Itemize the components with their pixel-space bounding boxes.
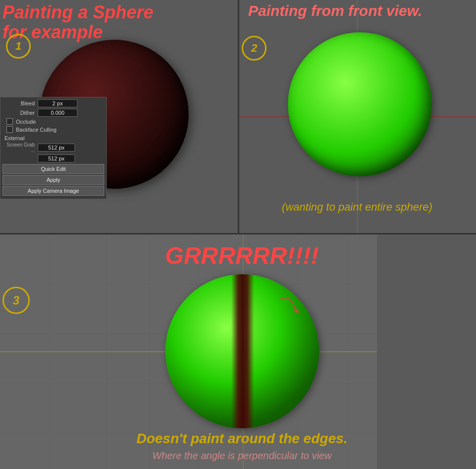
doesnt-paint-text: Doesn't paint around the edges. xyxy=(136,431,347,447)
green-sphere-image xyxy=(288,32,432,176)
bleed-input[interactable] xyxy=(38,99,77,107)
want-subtitle: (wanting to paint entire sphere) xyxy=(282,201,432,214)
screen-grab-label: Screen Grab ... xyxy=(2,142,35,153)
bottom-viewport: 3 GRRRRRR!!!! Doesn't paint around the e… xyxy=(0,234,476,469)
circle-number-1: 1 xyxy=(6,34,31,59)
svg-marker-33 xyxy=(293,308,299,313)
height-input[interactable] xyxy=(38,155,75,162)
vertical-divider xyxy=(238,0,239,234)
backface-checkbox[interactable] xyxy=(6,126,13,133)
bottom-right-area xyxy=(377,234,476,469)
bottom-sphere-area: GRRRRRR!!!! Doesn't paint around the edg… xyxy=(107,234,377,469)
dither-label: Dither xyxy=(2,110,35,116)
dither-row: Dither xyxy=(2,109,104,117)
bleed-label: Bleed xyxy=(2,100,35,106)
where-angle-text: Where the angle is perpendicular to view xyxy=(152,450,332,462)
top-left-viewport: Painting a Sphere for example 1 Bleed Di… xyxy=(0,0,238,234)
height-row xyxy=(2,155,104,162)
bleed-row: Bleed xyxy=(2,99,104,107)
occlude-label: Occlude xyxy=(16,119,36,125)
circle-number-2: 2 xyxy=(242,36,267,61)
quick-edit-button[interactable]: Quick Edit xyxy=(2,164,104,174)
external-label: External xyxy=(2,134,104,142)
backface-label: Backface Culling xyxy=(16,127,57,133)
horizontal-divider xyxy=(0,233,476,234)
screen-grab-row: Screen Grab ... xyxy=(2,142,104,153)
grrr-text: GRRRRRR!!!! xyxy=(165,242,319,269)
dither-input[interactable] xyxy=(38,109,77,117)
backface-row: Backface Culling xyxy=(2,126,104,133)
front-view-title: Painting from front view. xyxy=(248,2,422,19)
occlude-checkbox[interactable] xyxy=(6,118,13,125)
arrow-annotation xyxy=(241,284,315,334)
width-input[interactable] xyxy=(38,144,75,152)
circle-number-3: 3 xyxy=(2,287,30,314)
apply-camera-button[interactable]: Apply Camera Image xyxy=(2,186,104,196)
top-right-viewport: Painting from front view. 2 (wanting to … xyxy=(238,0,476,234)
texture-paint-panel: Bleed Dither Occlude Backface Culling Ex… xyxy=(0,97,107,199)
apply-button[interactable]: Apply xyxy=(2,175,104,185)
occlude-row: Occlude xyxy=(2,118,104,125)
